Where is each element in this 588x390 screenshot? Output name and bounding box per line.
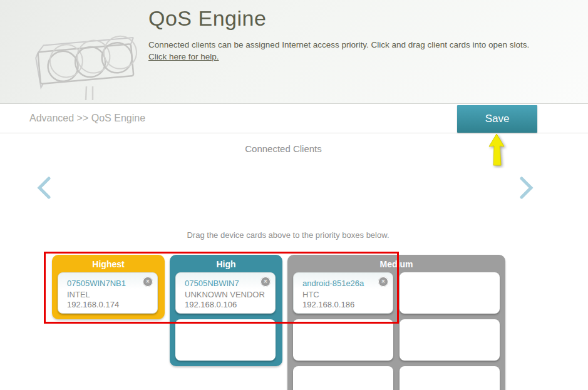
- close-icon[interactable]: ×: [378, 277, 388, 287]
- priority-box-title: High: [175, 259, 277, 270]
- traffic-light-icon: [30, 29, 140, 101]
- empty-slot[interactable]: [400, 366, 500, 390]
- chevron-left-icon[interactable]: [36, 177, 51, 199]
- page-title: QoS Engine: [148, 6, 562, 31]
- device-ip: 192.168.0.106: [185, 300, 270, 310]
- device-ip: 192.168.0.186: [302, 300, 388, 310]
- priority-box-highest: Highest × 07505WIN7NB1 INTEL 192.168.0.1…: [52, 255, 165, 319]
- qos-engine-page: QoS Engine Connected clients can be assi…: [0, 0, 588, 390]
- device-vendor: UNKNOWN VENDOR: [185, 290, 270, 300]
- empty-slot[interactable]: [293, 319, 393, 361]
- priority-box-medium: Medium × android-851e26a HTC 192.168.0.1…: [287, 255, 505, 390]
- device-name: 07505WIN7NB1: [67, 279, 152, 288]
- empty-slot[interactable]: [400, 272, 500, 314]
- chevron-right-icon[interactable]: [519, 177, 534, 199]
- empty-slot[interactable]: [175, 319, 276, 361]
- device-vendor: HTC: [302, 290, 388, 300]
- priority-box-title: Highest: [58, 259, 159, 270]
- priority-box-title: Medium: [293, 259, 500, 270]
- device-card[interactable]: × 07505NBWIN7 UNKNOWN VENDOR 192.168.0.1…: [175, 272, 276, 314]
- save-button[interactable]: Save: [457, 105, 537, 133]
- breadcrumb: Advanced >> QoS Engine: [29, 113, 145, 124]
- empty-slot[interactable]: [400, 319, 500, 361]
- device-name: android-851e26a: [302, 279, 388, 288]
- device-ip: 192.168.0.174: [67, 300, 152, 310]
- header-banner: QoS Engine Connected clients can be assi…: [0, 0, 588, 104]
- device-name: 07505NBWIN7: [185, 279, 270, 288]
- close-icon[interactable]: ×: [260, 277, 271, 287]
- connected-clients-title: Connected Clients: [0, 143, 567, 154]
- close-icon[interactable]: ×: [143, 277, 153, 287]
- device-card[interactable]: × 07505WIN7NB1 INTEL 192.168.0.174: [58, 272, 158, 314]
- priority-box-high: High × 07505NBWIN7 UNKNOWN VENDOR 192.16…: [170, 255, 282, 366]
- empty-slot[interactable]: [293, 366, 393, 390]
- toolbar: Advanced >> QoS Engine Save: [0, 105, 588, 133]
- page-description: Connected clients can be assigned Intern…: [148, 39, 562, 51]
- drag-instruction: Drag the device cards above to the prior…: [0, 230, 576, 240]
- help-link[interactable]: Click here for help.: [148, 52, 219, 61]
- device-card[interactable]: × android-851e26a HTC 192.168.0.186: [293, 272, 393, 314]
- device-vendor: INTEL: [67, 290, 152, 300]
